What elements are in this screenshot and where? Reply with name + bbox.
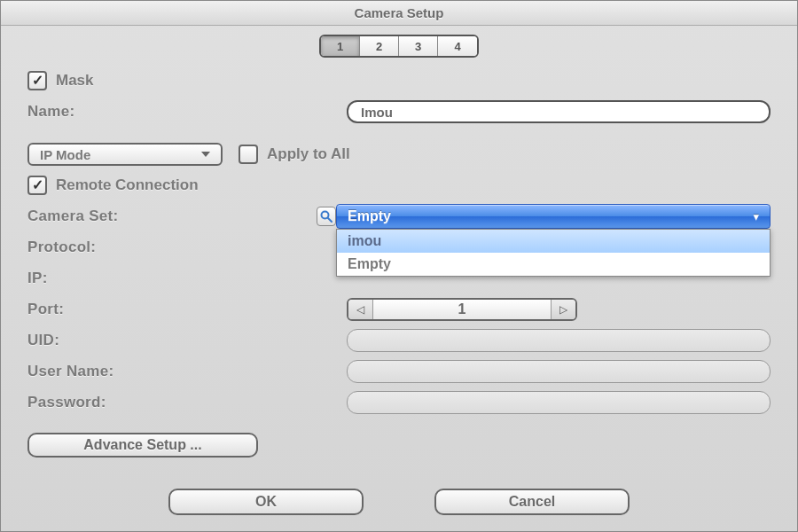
tab-1[interactable]: 1 bbox=[321, 36, 360, 56]
tab-3[interactable]: 3 bbox=[399, 36, 438, 56]
tab-strip: 1 2 3 4 bbox=[1, 26, 797, 63]
tab-4[interactable]: 4 bbox=[438, 36, 477, 56]
name-label: Name: bbox=[27, 103, 347, 121]
ip-mode-value: IP Mode bbox=[40, 147, 90, 162]
user-name-label: User Name: bbox=[27, 363, 347, 380]
advance-setup-button[interactable]: Advance Setup ... bbox=[27, 433, 258, 458]
port-value: 1 bbox=[373, 301, 551, 317]
dialog-footer: OK Cancel bbox=[1, 478, 797, 531]
tab-group: 1 2 3 4 bbox=[319, 35, 479, 58]
ok-button[interactable]: OK bbox=[168, 489, 364, 515]
password-input[interactable] bbox=[347, 391, 771, 414]
dialog-title: Camera Setup bbox=[1, 1, 797, 26]
tab-2[interactable]: 2 bbox=[360, 36, 399, 56]
user-name-input[interactable] bbox=[347, 360, 771, 383]
dropdown-item-empty[interactable]: Empty bbox=[337, 253, 770, 276]
camera-set-display[interactable]: Empty ▾ bbox=[336, 204, 771, 229]
port-decrement-button[interactable]: ◁ bbox=[348, 300, 373, 319]
svg-line-1 bbox=[328, 218, 332, 222]
camera-setup-dialog: Camera Setup 1 2 3 4 Mask Name: IP Mode … bbox=[0, 0, 798, 532]
camera-set-row: Camera Set: Empty ▾ imou Empty bbox=[27, 204, 771, 229]
chevron-down-icon: ▾ bbox=[754, 211, 759, 223]
ip-label: IP: bbox=[27, 270, 347, 287]
remote-connection-checkbox[interactable] bbox=[27, 176, 47, 195]
advance-row: Advance Setup ... bbox=[27, 433, 771, 458]
port-row: Port: ◁ 1 ▷ bbox=[27, 297, 771, 322]
camera-set-value: Empty bbox=[348, 208, 391, 224]
remote-row: Remote Connection bbox=[27, 173, 771, 198]
cancel-button[interactable]: Cancel bbox=[434, 489, 630, 515]
remote-connection-label: Remote Connection bbox=[56, 176, 199, 194]
uid-label: UID: bbox=[27, 332, 347, 349]
dialog-body: Mask Name: IP Mode Apply to All Remote C… bbox=[1, 63, 797, 478]
password-row: Password: bbox=[27, 390, 771, 415]
name-input[interactable] bbox=[347, 100, 771, 123]
password-label: Password: bbox=[27, 394, 347, 411]
mask-label: Mask bbox=[56, 72, 94, 90]
mask-checkbox[interactable] bbox=[27, 71, 47, 90]
dropdown-item-imou[interactable]: imou bbox=[337, 230, 770, 253]
camera-set-combo[interactable]: Empty ▾ imou Empty bbox=[336, 204, 771, 229]
camera-set-dropdown: imou Empty bbox=[336, 229, 771, 277]
user-row: User Name: bbox=[27, 359, 771, 384]
ip-mode-select[interactable]: IP Mode bbox=[27, 143, 223, 166]
apply-all-label: Apply to All bbox=[267, 145, 350, 163]
chevron-down-icon bbox=[201, 152, 210, 157]
apply-all-checkbox[interactable] bbox=[239, 145, 258, 164]
uid-input[interactable] bbox=[347, 329, 771, 352]
mask-row: Mask bbox=[27, 68, 771, 93]
name-row: Name: bbox=[27, 99, 771, 124]
ipmode-row: IP Mode Apply to All bbox=[27, 142, 771, 167]
protocol-label: Protocol: bbox=[27, 239, 347, 256]
camera-set-label: Camera Set: bbox=[27, 207, 317, 225]
port-stepper[interactable]: ◁ 1 ▷ bbox=[347, 298, 577, 321]
search-icon[interactable] bbox=[317, 207, 336, 226]
port-label: Port: bbox=[27, 301, 347, 318]
uid-row: UID: bbox=[27, 328, 771, 353]
port-increment-button[interactable]: ▷ bbox=[551, 300, 575, 319]
